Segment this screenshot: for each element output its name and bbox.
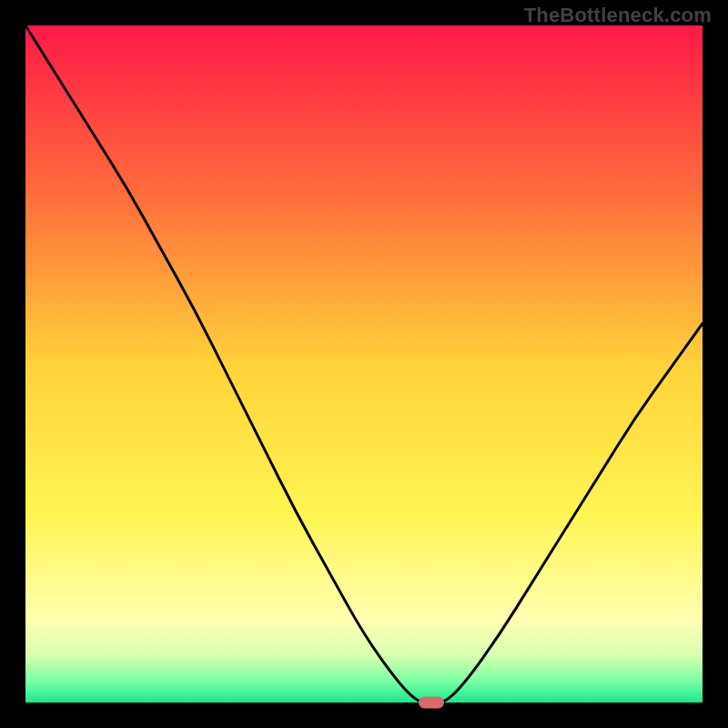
- watermark-text: TheBottleneck.com: [524, 4, 712, 27]
- plot-svg: [25, 25, 703, 703]
- plot-area: [25, 25, 703, 703]
- gradient-rect: [25, 25, 703, 703]
- chart-frame: TheBottleneck.com: [0, 0, 728, 728]
- optimum-marker: [419, 697, 444, 709]
